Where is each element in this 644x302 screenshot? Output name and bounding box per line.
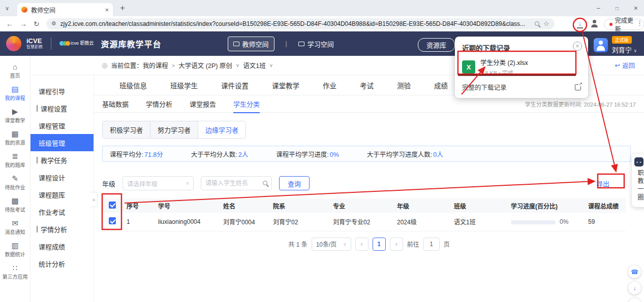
next-page-button[interactable]: › xyxy=(390,238,403,251)
breadcrumb-course[interactable]: 大学语文 (2P) 原创 xyxy=(178,60,232,70)
select-all-checkbox[interactable] xyxy=(109,202,116,209)
sidebar-item-messages[interactable]: ✉消息通知 xyxy=(0,216,30,239)
user-group[interactable]: 正式版 刘育宁 ∨ xyxy=(594,36,637,54)
sidebar-item-question-bank[interactable]: ≣我的题库 xyxy=(0,149,30,172)
current-page-button[interactable]: 1 xyxy=(373,238,386,251)
category-active-learners[interactable]: 积极学习者 xyxy=(103,121,150,138)
tab-grades[interactable]: 成绩 xyxy=(434,80,448,90)
icon-sidebar: ⌂首页 ▤我的课程 ▶课堂教学 ▦我的资源 ≣我的题库 ✎待批作业 ▩待批考试 … xyxy=(0,56,30,302)
cell-class: 语文1班 xyxy=(450,213,507,231)
sidebar-item-homework[interactable]: ✎待批作业 xyxy=(0,172,30,194)
resource-icon: ▦ xyxy=(11,130,18,138)
menu-item-homework-exam[interactable]: 作业考试 xyxy=(30,203,94,220)
chevron-down-icon[interactable]: ∨ xyxy=(269,62,273,68)
subtab-learning-analysis[interactable]: 学情分析 xyxy=(146,95,172,113)
window-close-button[interactable]: × xyxy=(634,4,638,12)
browser-tab[interactable]: 教师空间 × xyxy=(17,3,113,16)
url-text[interactable]: zjy2.icve.com.cn/teacher/classadminister… xyxy=(60,20,531,27)
forward-icon[interactable]: → xyxy=(20,20,27,28)
chevron-down-icon[interactable]: ∨ xyxy=(236,62,239,68)
menu-item-course-design[interactable]: 课程设计 xyxy=(30,169,94,186)
update-dot-icon xyxy=(609,23,612,26)
sidebar-item-resources[interactable]: ▦我的资源 xyxy=(0,127,30,149)
sidebar-item-classroom[interactable]: ▶课堂教学 xyxy=(0,105,30,127)
tab-courseware-settings[interactable]: 课件设置 xyxy=(221,80,249,90)
sidebar-item-third-party[interactable]: ∷第三方应用 xyxy=(0,261,30,283)
export-button[interactable]: 导出 xyxy=(596,179,609,188)
page-size-select[interactable]: 10条/页 ∨ xyxy=(312,238,351,251)
tab-close-icon[interactable]: × xyxy=(105,6,109,14)
cell-no: 1 xyxy=(122,213,154,231)
subtab-classroom-report[interactable]: 课堂报告 xyxy=(190,95,216,113)
grade-label: 年级 xyxy=(102,179,115,188)
profile-icon[interactable] xyxy=(590,20,599,29)
sidebar-item-exams[interactable]: ▩待批考试 xyxy=(0,194,30,216)
menu-item-course-grades[interactable]: 课程成绩 xyxy=(30,238,94,255)
category-hardworking-learners[interactable]: 努力学习者 xyxy=(150,121,198,138)
col-name: 姓名 xyxy=(219,198,269,213)
downloads-button[interactable]: ↓ xyxy=(573,18,587,31)
customer-service-icon[interactable]: ☎ xyxy=(628,265,641,278)
row-checkbox[interactable] xyxy=(109,217,116,224)
back-link[interactable]: ↩ 返回 xyxy=(615,60,635,70)
menu-item-course-question-bank[interactable]: 课程题库 xyxy=(30,186,94,203)
subtab-student-classification[interactable]: 学生分类 xyxy=(233,95,260,113)
search-icon xyxy=(263,181,267,185)
user-avatar[interactable] xyxy=(594,38,608,52)
col-progress: 学习进度(百分比) xyxy=(507,198,584,213)
address-bar[interactable]: ⚙ zjy2.icve.com.cn/teacher/classadminist… xyxy=(46,18,555,29)
pencil-icon: ✎ xyxy=(12,175,18,182)
goto-page-input[interactable] xyxy=(423,238,440,251)
tab-favicon-icon xyxy=(21,7,27,13)
download-file-item[interactable]: X 学生分类 (2).xlsx 3.8 KB • 完成 xyxy=(462,58,581,76)
col-class: 班级 xyxy=(450,198,507,213)
tab-quiz[interactable]: 测验 xyxy=(397,80,411,90)
tab-search-icon[interactable]: ∨ xyxy=(5,5,9,12)
tab-class-students[interactable]: 班级学生 xyxy=(170,80,198,90)
community-label: 职教一圈 xyxy=(636,170,644,202)
sidebar-item-my-courses[interactable]: ▤我的课程 xyxy=(0,82,30,105)
external-link-icon[interactable] xyxy=(575,84,581,90)
new-tab-button[interactable]: + xyxy=(120,3,125,13)
icve-logo-icon xyxy=(6,36,21,51)
tab-classroom-teaching[interactable]: 课堂教学 xyxy=(272,80,299,90)
download-file-name[interactable]: 学生分类 (2).xlsx xyxy=(480,57,528,67)
tune-icon[interactable]: ⚙ xyxy=(51,20,56,27)
menu-item-course-guide[interactable]: 课程引导 xyxy=(30,82,94,99)
menu-collapse-handle[interactable]: « xyxy=(90,192,98,207)
search-button[interactable]: 查询 xyxy=(279,176,310,190)
tab-homework[interactable]: 作业 xyxy=(323,80,336,90)
sidebar-item-statistics[interactable]: ▥数据统计 xyxy=(0,239,30,261)
zoom-icon[interactable] xyxy=(535,21,539,26)
cell-total-score: 59 xyxy=(584,213,626,231)
nav-teacher-space[interactable]: 教师空间 xyxy=(228,37,274,51)
resource-library-button[interactable]: 资源库 xyxy=(418,38,455,52)
popup-close-icon[interactable]: × xyxy=(573,42,582,51)
browser-menu-icon[interactable]: ⋮ xyxy=(636,19,643,27)
menu-item-course-management[interactable]: 课程管理 xyxy=(30,117,94,134)
window-maximize-button[interactable]: □ xyxy=(616,6,619,11)
community-widget[interactable]: ● ● 职教一圈 xyxy=(632,154,644,207)
window-minimize-button[interactable]: – xyxy=(597,5,600,12)
help-icon[interactable]: ? xyxy=(628,298,641,302)
grade-select[interactable]: 请选择年级 ∨ xyxy=(122,176,194,190)
progress-bar xyxy=(511,220,556,224)
prev-page-button[interactable]: ‹ xyxy=(355,238,369,251)
menu-item-statistical-analysis[interactable]: 统计分析 xyxy=(30,255,94,272)
menu-item-class-management[interactable]: 班级管理 xyxy=(30,134,94,151)
back-icon[interactable]: ← xyxy=(6,20,13,28)
sidebar-item-home[interactable]: ⌂首页 xyxy=(0,60,30,82)
full-download-history-link[interactable]: 完整的下载记录 xyxy=(462,82,507,92)
bookmark-star-icon[interactable]: ☆ xyxy=(543,20,549,27)
breadcrumb-class[interactable]: 语文1班 xyxy=(243,60,265,70)
tab-class-info[interactable]: 班级信息 xyxy=(119,80,147,90)
nav-student-space[interactable]: 学习空间 xyxy=(298,39,334,49)
tab-exam[interactable]: 考试 xyxy=(360,80,374,90)
download-float-icon[interactable]: ↓ xyxy=(628,282,641,294)
user-name[interactable]: 刘育宁 ∨ xyxy=(612,45,637,54)
reload-icon[interactable]: ↻ xyxy=(34,20,40,28)
category-marginal-learners[interactable]: 边缘学习者 xyxy=(198,121,246,138)
student-name-input[interactable] xyxy=(201,176,272,190)
browser-tab-bar: ∨ 教师空间 × + – □ × xyxy=(0,0,644,16)
subtab-basic-data[interactable]: 基础数据 xyxy=(102,95,129,113)
